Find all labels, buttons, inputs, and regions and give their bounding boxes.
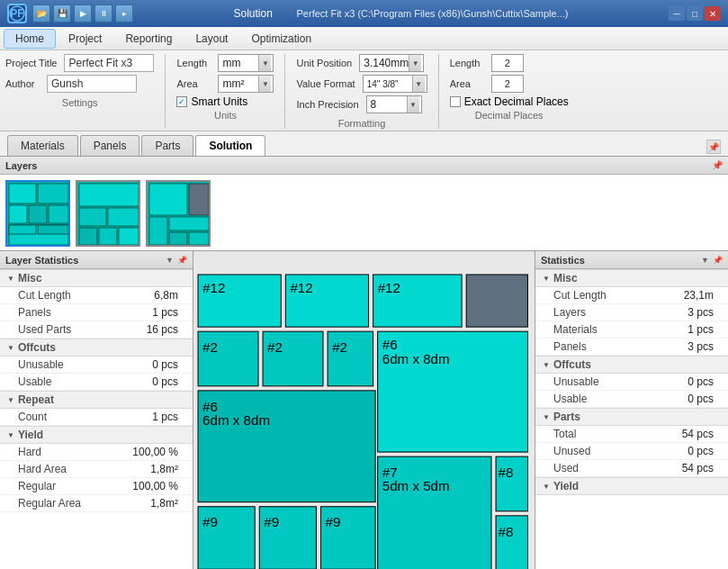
bottom-section: Layer Statistics ▼ 📌 ▼ Misc Cut Length 6…: [0, 251, 728, 569]
right-stats-pin-btn[interactable]: 📌: [713, 256, 723, 265]
left-stat-usable: Usable 0 pcs: [0, 374, 193, 391]
toolbar-play-btn[interactable]: ▶: [74, 5, 92, 23]
tabbar: Materials Panels Parts Solution 📌: [0, 131, 728, 157]
left-stat-hard: Hard 100,00 %: [0, 444, 193, 461]
length-label: Length: [176, 58, 211, 68]
svg-text:#8: #8: [499, 465, 514, 480]
panel-pin-btn[interactable]: 📌: [706, 140, 721, 154]
inch-precision-arrow: ▼: [407, 96, 419, 113]
right-stats-title: Statistics: [541, 255, 585, 266]
svg-text:#2: #2: [202, 339, 218, 355]
right-stats-misc-header: ▼ Misc: [535, 269, 728, 287]
area-unit-select[interactable]: mm² ▼: [218, 75, 274, 93]
project-info-group: Project Title Author Settings: [5, 54, 154, 108]
left-stats-scroll[interactable]: ▼ Misc Cut Length 6,8m Panels 1 pcs Used…: [0, 269, 193, 569]
length-unit-select[interactable]: mm ▼: [218, 54, 274, 72]
svg-text:#8: #8: [499, 524, 514, 539]
maximize-button[interactable]: □: [687, 6, 703, 21]
right-stats-scroll[interactable]: ▼ Misc Cut Length 23,1m Layers 3 pcs Mat…: [535, 269, 728, 569]
svg-text:#12: #12: [290, 280, 312, 295]
titlebar: PF 📂 💾 ▶ ⏸ ▸ Solution Perfect Fit x3 (C:…: [0, 0, 728, 27]
layer-thumb-2[interactable]: [76, 180, 140, 247]
svg-text:#12: #12: [378, 280, 400, 295]
length-places-input[interactable]: [491, 54, 524, 72]
toolbar-pause-btn[interactable]: ⏸: [94, 5, 112, 23]
length-places-label: Length: [450, 58, 484, 68]
right-stats-menu-btn[interactable]: ▼: [701, 256, 709, 265]
svg-text:#12: #12: [202, 280, 225, 295]
left-stats-misc-header: ▼ Misc: [0, 269, 193, 287]
layers-content: [0, 175, 728, 252]
svg-rect-16: [99, 228, 117, 245]
layer-thumb-1[interactable]: [5, 180, 70, 247]
right-stat-layers: Layers 3 pcs: [535, 304, 728, 321]
svg-rect-6: [29, 205, 47, 223]
tab-parts[interactable]: Parts: [141, 135, 193, 156]
close-button[interactable]: ✕: [705, 6, 721, 21]
svg-text:PF: PF: [10, 7, 23, 20]
main-content: Layers 📌: [0, 157, 728, 569]
window-controls: ─ □ ✕: [669, 6, 721, 21]
svg-text:#2: #2: [267, 339, 283, 355]
toolbar-save-btn[interactable]: 💾: [53, 5, 71, 23]
repeat-triangle: ▼: [7, 396, 14, 404]
tab-materials[interactable]: Materials: [7, 135, 78, 156]
project-title-input[interactable]: [64, 54, 154, 72]
value-format-select[interactable]: 14" 3/8" ▼: [363, 75, 427, 93]
value-format-arrow: ▼: [412, 76, 425, 92]
offcuts-label: Offcuts: [18, 341, 56, 354]
layer-thumb-3[interactable]: [146, 180, 211, 247]
menu-project[interactable]: Project: [58, 30, 112, 48]
offcuts-triangle: ▼: [7, 344, 14, 352]
layout-svg: #12 #12 #12 #2 #2 #2 #6 6dm x 8dm #: [193, 251, 535, 569]
svg-rect-24: [189, 232, 209, 245]
left-stat-hard-area: Hard Area 1,8m²: [0, 461, 193, 478]
left-stat-unusable: Unusable 0 pcs: [0, 357, 193, 374]
svg-rect-21: [149, 217, 167, 245]
toolbar-open-btn[interactable]: 📂: [32, 5, 50, 23]
svg-rect-41: [198, 391, 375, 502]
left-stat-used-parts: Used Parts 16 pcs: [0, 321, 193, 339]
exact-decimal-checkbox[interactable]: [450, 96, 461, 107]
layers-pin-btn[interactable]: 📌: [712, 160, 723, 170]
unit-position-arrow: ▼: [409, 55, 421, 71]
left-stat-regular: Regular 100,00 %: [0, 478, 193, 495]
panels-val: 1 pcs: [152, 306, 178, 319]
svg-text:6dm x 8dm: 6dm x 8dm: [202, 412, 270, 428]
menu-reporting[interactable]: Reporting: [114, 30, 183, 48]
minimize-button[interactable]: ─: [669, 6, 685, 21]
inch-precision-select[interactable]: 8 ▼: [366, 95, 422, 113]
menu-home[interactable]: Home: [4, 29, 56, 49]
right-stats-yield-header: ▼ Yield: [535, 477, 728, 495]
tab-solution[interactable]: Solution: [195, 135, 265, 156]
unit-position-select[interactable]: 3.140mm ▼: [359, 54, 424, 72]
inch-precision-label: Inch Precision: [296, 99, 358, 110]
layers-title: Layers: [5, 160, 37, 171]
left-stats-menu-btn[interactable]: ▼: [166, 256, 174, 265]
toolbar-step-btn[interactable]: ▸: [115, 5, 133, 23]
smart-units-label: Smart Units: [191, 95, 247, 108]
left-stats-pin-btn[interactable]: 📌: [177, 256, 187, 265]
svg-rect-23: [169, 232, 187, 245]
left-stats-title: Layer Statistics: [5, 255, 78, 266]
area-places-input[interactable]: [491, 75, 524, 93]
svg-rect-19: [149, 184, 187, 215]
menubar: Home Project Reporting Layout Optimizati…: [0, 27, 728, 50]
layers-section: Layers 📌: [0, 157, 728, 251]
used-parts-val: 16 pcs: [147, 323, 178, 336]
svg-rect-15: [79, 228, 97, 245]
menu-layout[interactable]: Layout: [184, 30, 238, 48]
exact-decimal-row: Exact Decimal Places: [450, 95, 569, 108]
svg-text:6dm x 8dm: 6dm x 8dm: [382, 351, 450, 366]
smart-units-checkbox[interactable]: [176, 96, 187, 107]
svg-text:#9: #9: [326, 514, 341, 529]
panels-key: Panels: [18, 306, 51, 319]
svg-rect-7: [49, 205, 68, 223]
unit-position-label: Unit Position: [296, 58, 352, 68]
tab-panels[interactable]: Panels: [80, 135, 140, 156]
layout-canvas[interactable]: #12 #12 #12 #2 #2 #2 #6 6dm x 8dm #: [193, 251, 535, 569]
right-stats-header: Statistics ▼ 📌: [535, 251, 728, 269]
right-stat-cut-length: Cut Length 23,1m: [535, 287, 728, 304]
menu-optimization[interactable]: Optimization: [240, 30, 322, 48]
author-input[interactable]: [47, 75, 137, 93]
